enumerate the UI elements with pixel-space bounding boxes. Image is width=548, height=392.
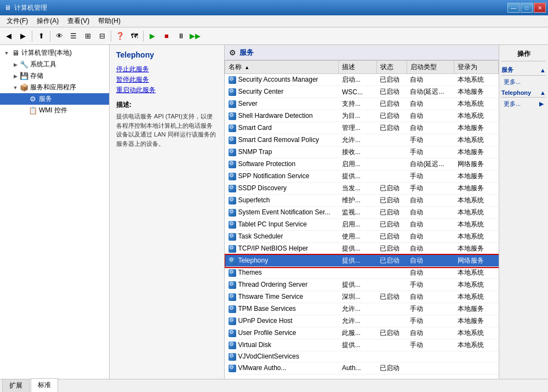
stop-service-link[interactable]: 停止此服务 xyxy=(116,65,218,74)
menu-view[interactable]: 查看(V) xyxy=(63,15,94,27)
col-header-status[interactable]: 状态 xyxy=(376,61,407,74)
svc-status-cell: 已启动 xyxy=(376,291,407,303)
table-row[interactable]: Server 支持... 已启动 自动 本地系统 xyxy=(225,98,499,110)
pause-service-link[interactable]: 暂停此服务 xyxy=(116,75,218,84)
col-header-starttype[interactable]: 启动类型 xyxy=(407,61,454,74)
play-button[interactable]: ▶ xyxy=(146,30,159,43)
tree-item-root[interactable]: ▼ 🖥 计算机管理(本地) xyxy=(0,47,109,59)
close-button[interactable]: ✕ xyxy=(534,3,546,13)
table-row[interactable]: UPnP Device Host 允许... 手动 本地服务 xyxy=(225,315,499,327)
svc-desc-cell: 监视... xyxy=(339,207,376,219)
table-row[interactable]: System Event Notification Ser... 监视... 已… xyxy=(225,207,499,219)
svc-starttype-cell: 手动 xyxy=(407,146,454,158)
back-button[interactable]: ◀ xyxy=(2,30,15,43)
services-apps-icon: 📦 xyxy=(20,83,28,92)
expand-icon-services xyxy=(20,95,28,104)
tree-item-system-tools[interactable]: ▶ 🔧 系统工具 xyxy=(0,59,109,70)
svc-logon-cell: 本地系统 xyxy=(454,207,499,219)
tab-extend[interactable]: 扩展 xyxy=(2,379,30,392)
list-button[interactable]: ☰ xyxy=(67,30,80,43)
map-button[interactable]: 🗺 xyxy=(128,30,141,43)
svc-name-cell: Thread Ordering Server xyxy=(225,279,339,291)
svc-logon-cell: 本地系统 xyxy=(454,219,499,231)
table-row[interactable]: VMware Autho... Auth... 已启动 xyxy=(225,362,499,374)
table-row[interactable]: Security Accounts Manager 启动... 已启动 自动 本… xyxy=(225,74,499,86)
table-row[interactable]: Smart Card 管理... 已启动 自动 本地服务 xyxy=(225,122,499,134)
services-list-table: 名称 ▲ 描述 状态 启动类型 登录为 Security Accounts Ma… xyxy=(225,60,499,374)
forward-button[interactable]: ▶ xyxy=(16,30,30,43)
action-telephony-more-label: 更多... xyxy=(504,100,521,108)
svc-starttype-cell: 自动 xyxy=(407,255,454,267)
tab-standard[interactable]: 标准 xyxy=(31,378,58,392)
table-row[interactable]: Tablet PC Input Service 启用... 已启动 自动 本地系… xyxy=(225,219,499,231)
services-header-title: 服务 xyxy=(239,48,254,58)
services-icon: ⚙ xyxy=(28,95,37,104)
col-header-name[interactable]: 名称 ▲ xyxy=(225,61,339,74)
tree-item-wmi[interactable]: 📋 WMI 控件 xyxy=(0,105,109,116)
minimize-button[interactable]: — xyxy=(507,3,520,13)
table-row[interactable]: User Profile Service 此服... 已启动 自动 本地系统 xyxy=(225,327,499,339)
table-row[interactable]: Superfetch 维护... 已启动 自动 本地系统 xyxy=(225,195,499,207)
table-row[interactable]: TPM Base Services 允许... 手动 本地服务 xyxy=(225,303,499,315)
table-row[interactable]: Shell Hardware Detection 为目... 已启动 自动 本地… xyxy=(225,110,499,122)
service-icon xyxy=(229,317,236,325)
services-panel: ⚙ 服务 名称 ▲ 描述 状态 启动类型 登录为 xyxy=(225,45,499,379)
restart-button[interactable]: ▶▶ xyxy=(189,30,202,43)
help-icon-button[interactable]: ❓ xyxy=(113,30,127,43)
stop-button[interactable]: ■ xyxy=(160,30,173,43)
svc-status-cell xyxy=(376,279,407,291)
menu-help[interactable]: 帮助(H) xyxy=(94,15,125,27)
menu-bar: 文件(F) 操作(A) 查看(V) 帮助(H) xyxy=(0,15,548,27)
svc-status-cell: 已启动 xyxy=(376,122,407,134)
maximize-button[interactable]: □ xyxy=(521,3,533,13)
storage-icon: 💾 xyxy=(20,72,28,81)
restart-service-link[interactable]: 重启动此服务 xyxy=(116,86,218,95)
up-button[interactable]: ⬆ xyxy=(35,30,48,43)
svc-starttype-cell: 自动 xyxy=(407,207,454,219)
table-row[interactable]: Telephony 提供... 已启动 自动 网络服务 xyxy=(225,255,499,267)
svc-starttype-cell: 手动 xyxy=(407,315,454,327)
menu-file[interactable]: 文件(F) xyxy=(2,15,32,27)
table-row[interactable]: Thsware Time Service 深圳... 已启动 自动 本地系统 xyxy=(225,291,499,303)
table-row[interactable]: VJVodClientServices xyxy=(225,351,499,362)
action-telephony-arrow-icon: ▶ xyxy=(539,100,544,107)
tree-item-services[interactable]: ⚙ 服务 xyxy=(0,93,109,105)
sort-arrow-name: ▲ xyxy=(244,65,249,70)
col-header-desc[interactable]: 描述 xyxy=(339,61,376,74)
svc-name-cell: SNMP Trap xyxy=(225,146,339,158)
table-row[interactable]: Security Center WSC... 已启动 自动(延迟... 本地服务 xyxy=(225,86,499,98)
tree-item-storage[interactable]: ▶ 💾 存储 xyxy=(0,70,109,82)
svc-starttype-cell: 手动 xyxy=(407,303,454,315)
table-row[interactable]: Smart Card Removal Policy 允许... 手动 本地系统 xyxy=(225,134,499,146)
expand-icon-storage: ▶ xyxy=(11,72,20,81)
services-table[interactable]: 名称 ▲ 描述 状态 启动类型 登录为 Security Accounts Ma… xyxy=(225,60,499,379)
menu-action[interactable]: 操作(A) xyxy=(32,15,63,27)
svc-status-cell xyxy=(376,158,407,171)
svc-starttype-cell: 自动(延迟... xyxy=(407,158,454,171)
table-row[interactable]: Themes 自动 本地系统 xyxy=(225,267,499,279)
tree-item-services-apps[interactable]: ▼ 📦 服务和应用程序 xyxy=(0,82,109,93)
table-row[interactable]: Software Protection 启用... 自动(延迟... 网络服务 xyxy=(225,158,499,171)
table-row[interactable]: Thread Ordering Server 提供... 手动 本地系统 xyxy=(225,279,499,291)
show-hide-button[interactable]: 👁 xyxy=(53,30,66,43)
table-row[interactable]: Virtual Disk 提供... 手动 本地系统 xyxy=(225,339,499,351)
table-row[interactable]: TCP/IP NetBIOS Helper 提供... 已启动 自动 本地服务 xyxy=(225,243,499,255)
tree-label-storage: 存储 xyxy=(30,71,43,81)
table-row[interactable]: SSDP Discovery 当发... 已启动 手动 本地服务 xyxy=(225,183,499,195)
col-header-logon[interactable]: 登录为 xyxy=(454,61,499,74)
table-row[interactable]: SNMP Trap 接收... 手动 本地服务 xyxy=(225,146,499,158)
grid-button[interactable]: ⊞ xyxy=(81,30,94,43)
svc-name-cell: Superfetch xyxy=(225,195,339,207)
grid2-button[interactable]: ⊟ xyxy=(95,30,109,43)
table-row[interactable]: SPP Notification Service 提供... 手动 本地服务 xyxy=(225,171,499,183)
action-services-more[interactable]: 更多... xyxy=(501,77,546,87)
svc-status-cell: 已启动 xyxy=(376,327,407,339)
pause-button[interactable]: ⏸ xyxy=(174,30,187,43)
table-row[interactable]: Task Scheduler 使用... 已启动 自动 本地系统 xyxy=(225,231,499,243)
svc-name-cell: Themes xyxy=(225,267,339,279)
action-telephony-more[interactable]: 更多... ▶ xyxy=(501,99,546,109)
action-section-services-arrow: ▲ xyxy=(540,67,546,73)
svc-logon-cell: 网络服务 xyxy=(454,255,499,267)
toolbar-sep-3 xyxy=(111,31,111,42)
svc-desc-cell: WSC... xyxy=(339,86,376,98)
